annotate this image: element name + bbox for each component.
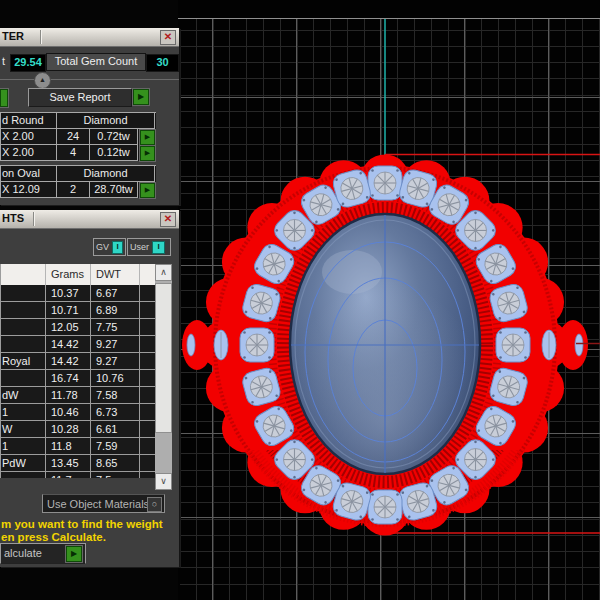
total-carat-label-cut: t	[2, 55, 5, 67]
gv-toggle-indicator[interactable]: I	[112, 241, 123, 254]
materials-dropdown-value: Use Object Materials	[47, 498, 149, 510]
weights-row[interactable]: 10.71 6.89	[1, 302, 156, 319]
save-report-play-icon[interactable]: ▶	[133, 89, 149, 105]
material-name	[1, 319, 46, 336]
gem-type-header: Diamond	[57, 166, 155, 182]
gem-row: X 2.00 24 0.72tw ▶	[1, 129, 156, 145]
gem-row-play-icon[interactable]: ▶	[140, 183, 155, 198]
material-name	[1, 472, 46, 478]
weights-row[interactable]: 10.37 6.67	[1, 285, 156, 302]
weights-rows: 10.37 6.67 10.71 6.89 12.05 7.75	[1, 285, 156, 478]
weights-row[interactable]: 16.74 10.76	[1, 370, 156, 387]
weights-row[interactable]: 1 11.8 7.59	[1, 438, 156, 455]
material-grams: 14.42	[46, 336, 91, 353]
material-grams: 11.8	[46, 438, 91, 455]
material-name: Royal	[1, 353, 46, 370]
material-dwt: 6.67	[91, 285, 140, 302]
grams-column-header: Grams	[46, 264, 91, 285]
scrollbar-thumb[interactable]	[155, 283, 172, 433]
user-toggle[interactable]: User I	[127, 238, 171, 256]
gv-toggle-label: GV	[96, 242, 109, 252]
material-dwt: 7.58	[91, 387, 140, 404]
report-button-cut[interactable]	[0, 89, 8, 107]
user-toggle-label: User	[130, 242, 149, 252]
gem-row-play-icon[interactable]: ▶	[140, 130, 155, 145]
material-name: dW	[1, 387, 46, 404]
close-icon[interactable]: ✕	[160, 30, 176, 45]
hint-text-line2: en press Calculate.	[1, 531, 106, 543]
viewport[interactable]	[178, 0, 600, 600]
material-name	[1, 370, 46, 387]
total-gem-count-value: 30	[146, 54, 179, 72]
gem-size: X 12.09	[1, 182, 57, 198]
material-dwt: 10.76	[91, 370, 140, 387]
total-gem-count-label: Total Gem Count	[46, 53, 146, 71]
material-grams: 11.78	[46, 387, 91, 404]
material-name: PdW	[1, 455, 46, 472]
titlebar-groove	[40, 30, 41, 44]
gem-counter-panel: TER ✕ t 29.54 Total Gem Count 30 ▲ Save …	[0, 28, 180, 205]
gem-total-weight: 0.12tw	[90, 145, 138, 161]
gem-size: X 2.00	[1, 145, 57, 161]
calculate-play-icon[interactable]: ▶	[66, 546, 82, 562]
material-grams: 10.28	[46, 421, 91, 438]
gem-size: X 2.00	[1, 129, 57, 145]
material-name	[1, 336, 46, 353]
material-dwt: 6.89	[91, 302, 140, 319]
material-dwt: 9.27	[91, 353, 140, 370]
close-icon[interactable]: ✕	[160, 212, 176, 227]
weights-row[interactable]: dW 11.78 7.58	[1, 387, 156, 404]
titlebar-groove	[33, 212, 34, 226]
scroll-down-icon[interactable]: ∨	[155, 473, 172, 490]
material-grams: 10.46	[46, 404, 91, 421]
calculate-button[interactable]: alculate ▶	[0, 543, 86, 564]
weights-row[interactable]: PdW 13.45 8.65	[1, 455, 156, 472]
weights-row[interactable]: 12.05 7.75	[1, 319, 156, 336]
weights-titlebar[interactable]: HTS ✕	[0, 210, 179, 229]
save-report-button[interactable]: Save Report	[28, 88, 132, 107]
weights-row[interactable]: Royal 14.42 9.27	[1, 353, 156, 370]
material-name	[1, 302, 46, 319]
weights-title: HTS	[2, 212, 24, 224]
material-dwt: 7.59	[91, 438, 140, 455]
material-dwt: 6.73	[91, 404, 140, 421]
material-name	[1, 285, 46, 302]
material-name: 1	[1, 438, 46, 455]
material-name: W	[1, 421, 46, 438]
materials-dropdown[interactable]: Use Object Materials ○	[42, 494, 165, 513]
material-grams: 14.42	[46, 353, 91, 370]
gem-count: 4	[57, 145, 90, 161]
material-grams: 12.05	[46, 319, 91, 336]
material-dwt: 6.61	[91, 421, 140, 438]
weights-scrollbar[interactable]: ∧ ∨	[155, 264, 172, 490]
material-dwt: 7.5	[91, 472, 140, 478]
gem-total-weight: 28.70tw	[90, 182, 138, 198]
weights-row[interactable]: 11.7 7.5	[1, 472, 156, 478]
calculate-label: alculate	[4, 547, 42, 559]
gem-row: X 12.09 2 28.70tw ▶	[1, 182, 156, 198]
weights-panel: HTS ✕ GV I User I Grams DWT 10.37 6.67	[0, 210, 180, 567]
gem-counter-titlebar[interactable]: TER ✕	[0, 28, 179, 47]
gv-toggle[interactable]: GV I	[93, 238, 126, 256]
weights-row[interactable]: 14.42 9.27	[1, 336, 156, 353]
scroll-up-icon[interactable]: ∧	[155, 264, 172, 281]
dropdown-circle-icon[interactable]: ○	[147, 497, 162, 512]
weights-row[interactable]: 1 10.46 6.73	[1, 404, 156, 421]
gem-row-play-icon[interactable]: ▶	[140, 146, 155, 161]
gem-count: 24	[57, 129, 90, 145]
user-toggle-indicator[interactable]: I	[152, 241, 165, 254]
gem-cut-header: on Oval	[1, 166, 57, 182]
gem-table: d Round DiamondX 2.00 24 0.72tw ▶ X 2.00…	[0, 112, 156, 202]
gem-cut-header: d Round	[1, 113, 57, 129]
material-grams: 10.71	[46, 302, 91, 319]
gem-counter-title: TER	[2, 30, 24, 42]
dwt-column-header: DWT	[91, 264, 140, 285]
weights-row[interactable]: W 10.28 6.61	[1, 421, 156, 438]
weights-table: Grams DWT 10.37 6.67 10.71 6.89 12	[0, 264, 156, 478]
weights-table-header: Grams DWT	[1, 264, 156, 285]
viewport-grid[interactable]	[180, 19, 600, 600]
panel-divider	[0, 79, 179, 80]
material-grams: 10.37	[46, 285, 91, 302]
total-carat-value: 29.54	[10, 54, 46, 72]
collapse-icon[interactable]: ▲	[34, 72, 51, 89]
